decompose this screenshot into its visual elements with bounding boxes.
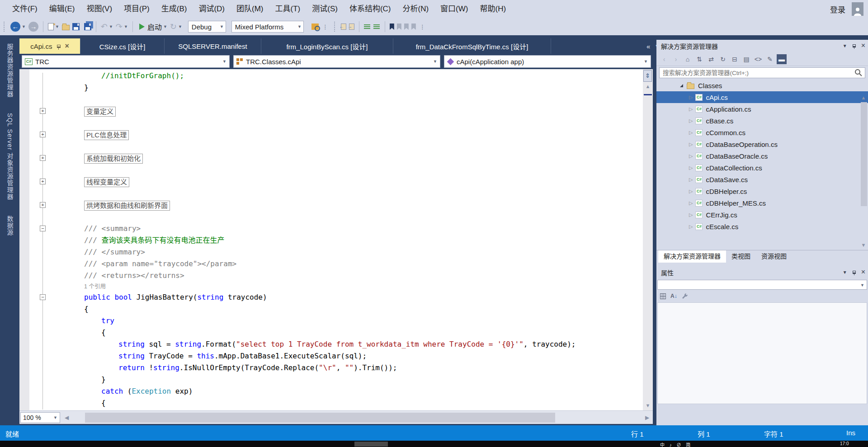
left-tool-tab[interactable]: SQL Server 对象资源管理器 bbox=[5, 113, 14, 200]
collapsed-arrow-icon[interactable]: ▷ bbox=[689, 141, 693, 147]
prev-bookmark-button[interactable] bbox=[396, 20, 403, 33]
sync-with-active-document-icon[interactable]: ⇄ bbox=[706, 54, 716, 64]
close-icon[interactable]: × bbox=[861, 269, 865, 275]
project-dropdown[interactable]: C# TRC ▼ bbox=[22, 55, 230, 68]
search-icon[interactable] bbox=[854, 69, 863, 77]
collapsed-arrow-icon[interactable]: ▷ bbox=[689, 118, 693, 124]
scroll-down-icon[interactable]: ▼ bbox=[860, 242, 867, 248]
view-code-icon[interactable]: <> bbox=[753, 54, 763, 64]
tree-item-cCommon.cs[interactable]: ▷C#cCommon.cs bbox=[656, 127, 868, 138]
code-line[interactable]: string TrayCode = this.mApp.DataBase1.Ex… bbox=[19, 350, 643, 362]
tree-item-cBase.cs[interactable]: ▷C#cBase.cs bbox=[656, 115, 868, 127]
scrollbar-thumb[interactable] bbox=[861, 102, 867, 206]
collapsed-region-line[interactable]: +线程变量定义 bbox=[19, 176, 643, 188]
code-line[interactable]: { bbox=[19, 303, 643, 315]
code-line[interactable]: return !string.IsNullOrEmpty(TrayCode.Re… bbox=[19, 362, 643, 374]
code-line[interactable]: /// <returns></returns> bbox=[19, 270, 643, 282]
collapsed-arrow-icon[interactable]: ▷ bbox=[689, 165, 693, 171]
code-line[interactable]: { bbox=[19, 327, 643, 339]
collapsed-arrow-icon[interactable]: ▷ bbox=[689, 188, 693, 194]
next-bookmark-button[interactable] bbox=[403, 20, 410, 33]
properties-icon[interactable]: ▤ bbox=[741, 54, 751, 64]
tree-item-cDataSave.cs[interactable]: ▷C#cDataSave.cs bbox=[656, 174, 868, 185]
chevron-down-icon[interactable]: ▼ bbox=[124, 24, 128, 29]
new-file-button[interactable]: ▼ bbox=[47, 20, 61, 33]
refresh-icon[interactable]: ↻ bbox=[718, 54, 728, 64]
document-tab-frm-DataCkFromSqlByTime.cs-[interactable]: frm_DataCkFromSqlByTime.cs [设计] bbox=[393, 38, 551, 54]
collapsed-region-box[interactable]: PLC信息处理 bbox=[84, 130, 129, 140]
code-line[interactable]: −/// <summary> bbox=[19, 223, 643, 235]
menu-item-3[interactable]: 视图(V) bbox=[80, 0, 118, 18]
left-tool-tab[interactable]: 数据源 bbox=[5, 216, 14, 236]
collapsed-region-line[interactable]: +烘烤数据和曲线和刷新界面 bbox=[19, 199, 643, 211]
collapse-all-icon[interactable]: ⊟ bbox=[730, 54, 740, 64]
collapsed-region-line[interactable]: +系统加载和初始化 bbox=[19, 152, 643, 164]
restart-button[interactable]: ↻▼ bbox=[169, 20, 184, 33]
collapsed-arrow-icon[interactable]: ▷ bbox=[689, 212, 693, 218]
chevron-down-icon[interactable]: ▼ bbox=[109, 24, 113, 29]
toolbar-overflow-icon[interactable]: ⋮ bbox=[322, 24, 328, 30]
user-avatar-icon[interactable] bbox=[852, 2, 863, 16]
alphabetical-icon[interactable]: A↓ bbox=[670, 293, 677, 299]
code-line[interactable]: { bbox=[19, 397, 643, 409]
menu-item-9[interactable]: 测试(S) bbox=[306, 0, 344, 18]
save-button[interactable] bbox=[71, 20, 81, 33]
save-all-button[interactable] bbox=[81, 20, 93, 33]
code-line[interactable]: string sql = string.Format("select top 1… bbox=[19, 339, 643, 350]
solution-platform-dropdown[interactable]: Mixed Platforms ▼ bbox=[231, 21, 304, 33]
back-icon[interactable]: ‹ bbox=[659, 54, 669, 64]
scroll-down-icon[interactable]: ▼ bbox=[643, 403, 653, 408]
tree-item-cApplication.cs[interactable]: ▷C#cApplication.cs bbox=[656, 103, 868, 115]
menu-item-1[interactable]: 文件(F) bbox=[6, 0, 43, 18]
redo-button[interactable]: ↷▼ bbox=[114, 20, 129, 33]
scroll-right-icon[interactable]: ▶ bbox=[645, 414, 649, 421]
comment-button[interactable] bbox=[363, 20, 372, 33]
tree-item-cDataBaseOperation.cs[interactable]: ▷C#cDataBaseOperation.cs bbox=[656, 138, 868, 150]
code-line[interactable]: } bbox=[19, 82, 643, 94]
menu-item-10[interactable]: 体系结构(C) bbox=[344, 0, 397, 18]
code-line[interactable]: /// </summary> bbox=[19, 246, 643, 258]
collapsed-arrow-icon[interactable]: ▷ bbox=[689, 200, 693, 206]
collapse-fold-icon[interactable]: − bbox=[40, 294, 46, 300]
start-debug-button[interactable]: 启动 ▼ bbox=[138, 20, 169, 33]
close-icon[interactable]: × bbox=[65, 42, 69, 50]
find-in-files-button[interactable] bbox=[310, 20, 320, 33]
expand-fold-icon[interactable]: + bbox=[40, 202, 46, 208]
expand-fold-icon[interactable]: + bbox=[40, 108, 46, 114]
collapsed-arrow-icon[interactable]: ▷ bbox=[689, 106, 693, 112]
window-menu-icon[interactable]: ▼ bbox=[843, 270, 847, 275]
menu-item-8[interactable]: 工具(T) bbox=[269, 0, 307, 18]
tree-item-cDBHelper_MES.cs[interactable]: ▷C#cDBHelper_MES.cs bbox=[656, 197, 868, 209]
codelens-references[interactable]: 1 个引用 bbox=[19, 282, 643, 292]
wrench-icon[interactable]: ✎ bbox=[765, 54, 775, 64]
code-line[interactable]: /// 查询该夹具条码下有没有电池正在生产 bbox=[19, 235, 643, 246]
sign-in-button[interactable]: 登录 bbox=[830, 4, 845, 15]
collapsed-region-box[interactable]: 系统加载和初始化 bbox=[84, 154, 143, 164]
expanded-arrow-icon[interactable] bbox=[680, 84, 683, 87]
taskbar-button[interactable] bbox=[354, 442, 388, 447]
document-tab-SQLSERVER.manifest[interactable]: SQLSERVER.manifest bbox=[165, 38, 261, 54]
editor-split-handle-icon[interactable]: ⇕ bbox=[643, 70, 652, 82]
undo-button[interactable]: ↶▼ bbox=[99, 20, 114, 33]
menu-item-11[interactable]: 分析(N) bbox=[397, 0, 435, 18]
collapsed-arrow-icon[interactable]: ▷ bbox=[689, 94, 693, 100]
navigate-backward-doc-button[interactable] bbox=[340, 20, 348, 33]
member-dropdown[interactable]: cApi(cApplication app) ▼ bbox=[444, 55, 651, 68]
window-menu-icon[interactable]: ▼ bbox=[843, 43, 847, 48]
tool-tab-1[interactable]: 解决方案资源管理器 bbox=[658, 250, 726, 263]
toolbar-overflow-icon[interactable]: ⋮ bbox=[420, 24, 425, 30]
tree-item-cEscale.cs[interactable]: ▷C#cEscale.cs bbox=[656, 221, 868, 232]
tool-tab-2[interactable]: 类视图 bbox=[726, 250, 756, 263]
menu-item-7[interactable]: 团队(M) bbox=[231, 0, 269, 18]
collapsed-region-line[interactable]: +变量定义 bbox=[19, 105, 643, 117]
document-tab-cApi.cs[interactable]: cApi.cs× bbox=[19, 38, 80, 54]
collapsed-region-box[interactable]: 变量定义 bbox=[84, 107, 116, 117]
collapsed-region-box[interactable]: 线程变量定义 bbox=[84, 177, 129, 187]
close-icon[interactable]: × bbox=[861, 42, 865, 49]
menu-item-5[interactable]: 生成(B) bbox=[156, 0, 193, 18]
chevron-down-icon[interactable]: ▼ bbox=[178, 24, 182, 29]
tree-root-folder[interactable]: Classes bbox=[656, 80, 868, 91]
tree-item-CErrJig.cs[interactable]: ▷C#CErrJig.cs bbox=[656, 209, 868, 221]
code-editor[interactable]: //initDtForGraph();}+变量定义+PLC信息处理+系统加载和初… bbox=[19, 69, 643, 410]
pin-icon[interactable] bbox=[853, 271, 856, 274]
